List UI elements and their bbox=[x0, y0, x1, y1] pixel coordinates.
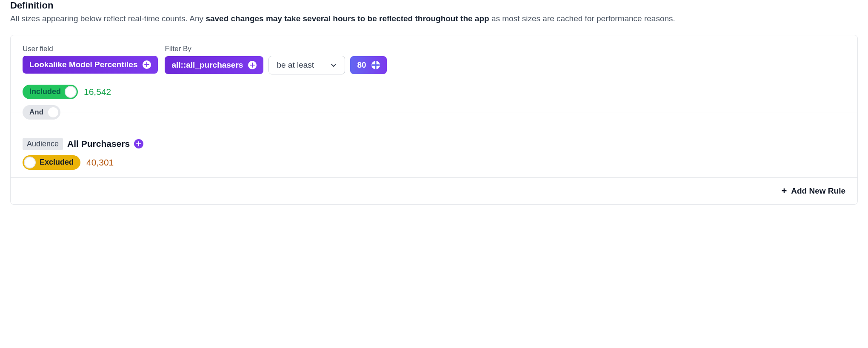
user-field-chip[interactable]: Lookalike Model Percentiles bbox=[23, 56, 158, 74]
plus-icon bbox=[143, 60, 151, 69]
section-title: Definition bbox=[10, 0, 858, 11]
rule-block-1: User field Lookalike Model Percentiles F… bbox=[11, 35, 857, 112]
rule2-count: 40,301 bbox=[86, 157, 114, 168]
user-field-label: User field bbox=[23, 45, 158, 53]
excluded-toggle[interactable]: Excluded bbox=[23, 155, 80, 170]
toggle-knob bbox=[24, 157, 36, 168]
audience-tag: Audience bbox=[23, 138, 63, 150]
toggle-knob bbox=[47, 106, 59, 118]
connector-toggle[interactable]: And bbox=[23, 105, 60, 120]
plus-icon bbox=[371, 61, 380, 69]
rule-block-2: Audience All Purchasers Excluded 40,301 bbox=[11, 112, 857, 177]
chevron-down-icon bbox=[330, 62, 337, 68]
desc-prefix: All sizes appearing below reflect real-t… bbox=[10, 14, 206, 23]
desc-bold: saved changes may take several hours to … bbox=[206, 14, 489, 23]
plus-icon: + bbox=[781, 186, 787, 196]
excluded-toggle-label: Excluded bbox=[40, 158, 74, 167]
value-chip-label: 80 bbox=[357, 60, 366, 70]
audience-plus-button[interactable] bbox=[134, 139, 143, 148]
rule1-count: 16,542 bbox=[84, 87, 111, 97]
filter-by-chip[interactable]: all::all_purchasers bbox=[165, 56, 263, 74]
desc-suffix: as most sizes are cached for performance… bbox=[489, 14, 675, 23]
value-chip[interactable]: 80 bbox=[350, 56, 386, 74]
user-field-chip-label: Lookalike Model Percentiles bbox=[29, 60, 137, 69]
audience-name: All Purchasers bbox=[67, 139, 130, 149]
card-footer: + Add New Rule bbox=[11, 177, 857, 204]
comparator-select[interactable]: be at least bbox=[268, 56, 345, 74]
filter-by-label: Filter By bbox=[165, 45, 386, 53]
add-new-rule-button[interactable]: + Add New Rule bbox=[781, 186, 845, 196]
connector-label: And bbox=[29, 108, 43, 117]
plus-icon bbox=[248, 61, 257, 69]
toggle-knob bbox=[65, 86, 77, 98]
filter-by-chip-label: all::all_purchasers bbox=[171, 60, 243, 70]
comparator-label: be at least bbox=[277, 60, 314, 70]
included-toggle[interactable]: Included bbox=[23, 85, 78, 99]
add-rule-label: Add New Rule bbox=[791, 186, 845, 196]
section-description: All sizes appearing below reflect real-t… bbox=[10, 13, 858, 25]
included-toggle-label: Included bbox=[29, 87, 61, 96]
rules-card: User field Lookalike Model Percentiles F… bbox=[10, 35, 858, 205]
